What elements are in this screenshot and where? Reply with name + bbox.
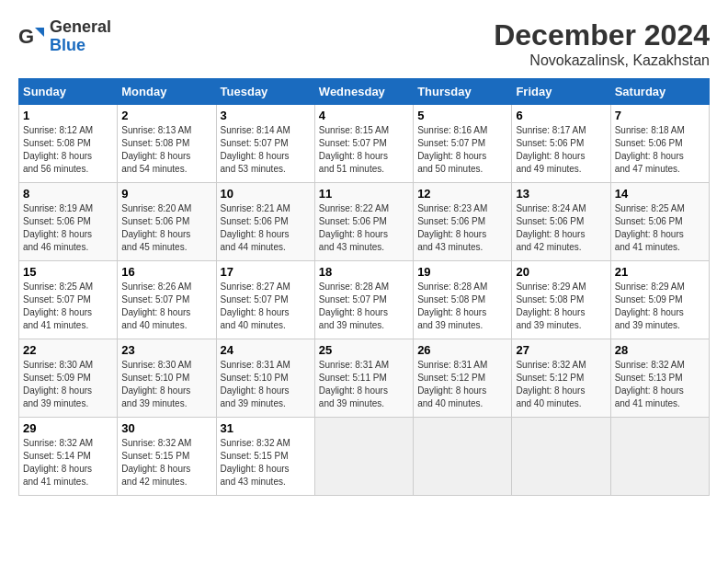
day-info: Sunrise: 8:20 AMSunset: 5:06 PMDaylight:… <box>121 202 211 254</box>
calendar-day: 12Sunrise: 8:23 AMSunset: 5:06 PMDayligh… <box>414 183 512 261</box>
logo-icon: G <box>18 23 46 51</box>
day-number: 27 <box>516 343 606 357</box>
calendar-day: 4Sunrise: 8:15 AMSunset: 5:07 PMDaylight… <box>314 105 413 183</box>
week-row: 15Sunrise: 8:25 AMSunset: 5:07 PMDayligh… <box>19 261 710 339</box>
day-number: 24 <box>221 343 311 357</box>
calendar-day: 14Sunrise: 8:25 AMSunset: 5:06 PMDayligh… <box>610 183 709 261</box>
week-row: 1Sunrise: 8:12 AMSunset: 5:08 PMDaylight… <box>19 105 710 183</box>
empty-cell <box>314 418 413 496</box>
day-number: 20 <box>516 265 606 279</box>
calendar-day: 5Sunrise: 8:16 AMSunset: 5:07 PMDaylight… <box>414 105 512 183</box>
calendar-day: 30Sunrise: 8:32 AMSunset: 5:15 PMDayligh… <box>118 418 216 496</box>
day-info: Sunrise: 8:24 AMSunset: 5:06 PMDaylight:… <box>516 202 606 254</box>
logo-text: General Blue <box>50 18 111 55</box>
calendar-day: 15Sunrise: 8:25 AMSunset: 5:07 PMDayligh… <box>19 261 118 339</box>
day-info: Sunrise: 8:26 AMSunset: 5:07 PMDaylight:… <box>121 281 211 332</box>
calendar-day: 1Sunrise: 8:12 AMSunset: 5:08 PMDaylight… <box>19 105 118 183</box>
calendar-day: 9Sunrise: 8:20 AMSunset: 5:06 PMDaylight… <box>118 183 216 261</box>
weekday-header-row: SundayMondayTuesdayWednesdayThursdayFrid… <box>19 79 710 105</box>
calendar-day: 26Sunrise: 8:31 AMSunset: 5:12 PMDayligh… <box>414 339 512 418</box>
day-info: Sunrise: 8:27 AMSunset: 5:07 PMDaylight:… <box>221 281 311 332</box>
title-section: December 2024 Novokazalinsk, Kazakhstan <box>494 18 710 69</box>
weekday-header: Friday <box>512 79 610 105</box>
day-info: Sunrise: 8:23 AMSunset: 5:06 PMDaylight:… <box>417 202 507 254</box>
month-year: December 2024 <box>494 18 710 52</box>
day-number: 1 <box>23 109 113 122</box>
day-number: 7 <box>615 109 705 122</box>
day-info: Sunrise: 8:19 AMSunset: 5:06 PMDaylight:… <box>23 202 113 254</box>
calendar-day: 28Sunrise: 8:32 AMSunset: 5:13 PMDayligh… <box>610 339 709 418</box>
day-number: 6 <box>516 109 606 122</box>
day-number: 26 <box>417 343 507 357</box>
day-info: Sunrise: 8:31 AMSunset: 5:11 PMDaylight:… <box>319 359 409 410</box>
svg-marker-1 <box>35 28 44 37</box>
week-row: 29Sunrise: 8:32 AMSunset: 5:14 PMDayligh… <box>19 418 710 496</box>
calendar-day: 18Sunrise: 8:28 AMSunset: 5:07 PMDayligh… <box>314 261 413 339</box>
day-info: Sunrise: 8:32 AMSunset: 5:15 PMDaylight:… <box>221 437 311 488</box>
calendar-day: 8Sunrise: 8:19 AMSunset: 5:06 PMDaylight… <box>19 183 118 261</box>
calendar-day: 11Sunrise: 8:22 AMSunset: 5:06 PMDayligh… <box>314 183 413 261</box>
day-info: Sunrise: 8:25 AMSunset: 5:07 PMDaylight:… <box>23 281 113 332</box>
day-info: Sunrise: 8:30 AMSunset: 5:10 PMDaylight:… <box>121 359 211 410</box>
calendar-day: 31Sunrise: 8:32 AMSunset: 5:15 PMDayligh… <box>216 418 314 496</box>
day-number: 15 <box>23 265 113 279</box>
calendar-table: SundayMondayTuesdayWednesdayThursdayFrid… <box>18 78 710 496</box>
calendar-day: 2Sunrise: 8:13 AMSunset: 5:08 PMDaylight… <box>118 105 216 183</box>
day-info: Sunrise: 8:13 AMSunset: 5:08 PMDaylight:… <box>121 124 211 176</box>
day-number: 8 <box>23 187 113 201</box>
day-number: 16 <box>121 265 211 279</box>
day-number: 4 <box>319 109 409 122</box>
day-info: Sunrise: 8:32 AMSunset: 5:15 PMDaylight:… <box>121 437 211 488</box>
day-info: Sunrise: 8:29 AMSunset: 5:09 PMDaylight:… <box>615 281 705 332</box>
day-info: Sunrise: 8:17 AMSunset: 5:06 PMDaylight:… <box>516 124 606 176</box>
day-number: 29 <box>23 421 113 435</box>
day-info: Sunrise: 8:16 AMSunset: 5:07 PMDaylight:… <box>417 124 507 176</box>
day-number: 10 <box>221 187 311 201</box>
day-number: 19 <box>417 265 507 279</box>
weekday-header: Sunday <box>19 79 118 105</box>
day-info: Sunrise: 8:14 AMSunset: 5:07 PMDaylight:… <box>221 124 311 176</box>
calendar-day: 21Sunrise: 8:29 AMSunset: 5:09 PMDayligh… <box>610 261 709 339</box>
page-header: G General Blue December 2024 Novokazalin… <box>18 18 710 69</box>
calendar-day: 24Sunrise: 8:31 AMSunset: 5:10 PMDayligh… <box>216 339 314 418</box>
calendar-day: 6Sunrise: 8:17 AMSunset: 5:06 PMDaylight… <box>512 105 610 183</box>
weekday-header: Thursday <box>414 79 512 105</box>
day-info: Sunrise: 8:31 AMSunset: 5:10 PMDaylight:… <box>221 359 311 410</box>
calendar-day: 10Sunrise: 8:21 AMSunset: 5:06 PMDayligh… <box>216 183 314 261</box>
calendar-day: 25Sunrise: 8:31 AMSunset: 5:11 PMDayligh… <box>314 339 413 418</box>
calendar-day: 16Sunrise: 8:26 AMSunset: 5:07 PMDayligh… <box>118 261 216 339</box>
calendar-day: 22Sunrise: 8:30 AMSunset: 5:09 PMDayligh… <box>19 339 118 418</box>
day-info: Sunrise: 8:28 AMSunset: 5:07 PMDaylight:… <box>319 281 409 332</box>
day-number: 17 <box>221 265 311 279</box>
empty-cell <box>512 418 610 496</box>
day-number: 5 <box>417 109 507 122</box>
day-number: 12 <box>417 187 507 201</box>
day-number: 3 <box>221 109 311 122</box>
day-info: Sunrise: 8:21 AMSunset: 5:06 PMDaylight:… <box>221 202 311 254</box>
calendar-day: 20Sunrise: 8:29 AMSunset: 5:08 PMDayligh… <box>512 261 610 339</box>
day-number: 31 <box>221 421 311 435</box>
day-number: 25 <box>319 343 409 357</box>
day-info: Sunrise: 8:22 AMSunset: 5:06 PMDaylight:… <box>319 202 409 254</box>
day-info: Sunrise: 8:29 AMSunset: 5:08 PMDaylight:… <box>516 281 606 332</box>
calendar-day: 7Sunrise: 8:18 AMSunset: 5:06 PMDaylight… <box>610 105 709 183</box>
week-row: 22Sunrise: 8:30 AMSunset: 5:09 PMDayligh… <box>19 339 710 418</box>
calendar-day: 23Sunrise: 8:30 AMSunset: 5:10 PMDayligh… <box>118 339 216 418</box>
svg-text:G: G <box>18 25 34 48</box>
calendar-day: 3Sunrise: 8:14 AMSunset: 5:07 PMDaylight… <box>216 105 314 183</box>
day-info: Sunrise: 8:28 AMSunset: 5:08 PMDaylight:… <box>417 281 507 332</box>
location: Novokazalinsk, Kazakhstan <box>494 52 710 69</box>
empty-cell <box>610 418 709 496</box>
day-info: Sunrise: 8:32 AMSunset: 5:14 PMDaylight:… <box>23 437 113 488</box>
logo: G General Blue <box>18 18 111 55</box>
day-info: Sunrise: 8:30 AMSunset: 5:09 PMDaylight:… <box>23 359 113 410</box>
calendar-day: 19Sunrise: 8:28 AMSunset: 5:08 PMDayligh… <box>414 261 512 339</box>
weekday-header: Monday <box>118 79 216 105</box>
day-number: 13 <box>516 187 606 201</box>
weekday-header: Wednesday <box>314 79 413 105</box>
day-info: Sunrise: 8:18 AMSunset: 5:06 PMDaylight:… <box>615 124 705 176</box>
calendar-day: 13Sunrise: 8:24 AMSunset: 5:06 PMDayligh… <box>512 183 610 261</box>
day-info: Sunrise: 8:15 AMSunset: 5:07 PMDaylight:… <box>319 124 409 176</box>
day-number: 9 <box>121 187 211 201</box>
day-number: 23 <box>121 343 211 357</box>
